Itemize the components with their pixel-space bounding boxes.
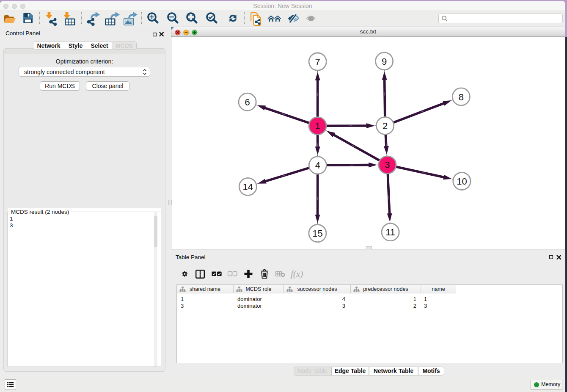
- svg-text:9: 9: [382, 56, 387, 67]
- svg-text:4: 4: [315, 160, 320, 171]
- svg-text:2: 2: [383, 121, 388, 131]
- svg-text:10: 10: [457, 176, 467, 187]
- svg-text:11: 11: [385, 227, 395, 237]
- svg-text:1: 1: [315, 121, 320, 131]
- svg-text:15: 15: [312, 228, 322, 239]
- svg-text:6: 6: [245, 97, 250, 108]
- svg-text:14: 14: [243, 182, 253, 192]
- svg-text:3: 3: [385, 160, 390, 170]
- svg-text:7: 7: [315, 57, 320, 67]
- svg-text:8: 8: [459, 92, 464, 102]
